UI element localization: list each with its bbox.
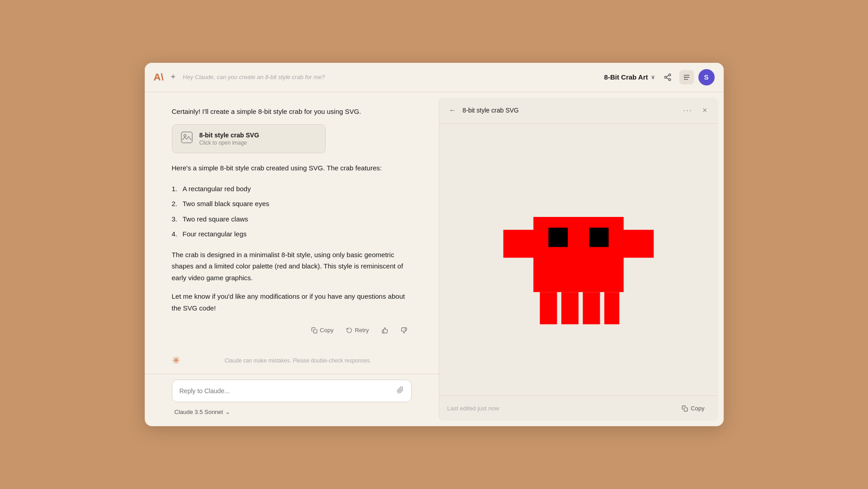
claude-footer: ✳ Claude can make mistakes. Please doubl… xyxy=(145,350,439,374)
model-chevron-icon: ⌄ xyxy=(225,409,230,415)
svg-rect-13 xyxy=(621,230,654,258)
artifact-back-button[interactable]: ← xyxy=(447,104,458,116)
artifact-card-info: 8-bit style crab SVG Click to open image xyxy=(199,132,259,146)
new-chat-button[interactable]: + xyxy=(168,71,179,84)
settings-icon xyxy=(683,73,691,81)
conversation-title: 8-Bit Crab Art xyxy=(604,73,648,81)
input-area: Claude 3.5 Sonnet ⌄ xyxy=(145,374,439,426)
svg-rect-12 xyxy=(503,230,536,258)
artifact-panel: ← 8-bit style crab SVG ··· × xyxy=(439,98,718,421)
list-item: 3. Two red square claws xyxy=(172,212,412,227)
svg-rect-15 xyxy=(549,227,568,247)
settings-button[interactable] xyxy=(679,70,694,85)
paperclip-icon xyxy=(397,386,404,394)
description-message: Here's a simple 8-bit style crab created… xyxy=(172,162,412,174)
svg-rect-20 xyxy=(604,292,619,324)
svg-rect-14 xyxy=(533,217,624,292)
share-button[interactable] xyxy=(660,70,675,85)
message-actions: Copy Retry xyxy=(172,321,412,341)
svg-point-8 xyxy=(684,76,685,78)
artifact-panel-header: ← 8-bit style crab SVG ··· × xyxy=(439,98,718,124)
svg-rect-19 xyxy=(583,292,600,324)
list-item: 1. A rectangular red body xyxy=(172,181,412,197)
header-center: 8-Bit Crab Art ∨ xyxy=(604,73,655,81)
reply-input[interactable] xyxy=(180,387,392,395)
svg-line-4 xyxy=(666,75,669,77)
crab-svg xyxy=(493,174,664,346)
header-right: S xyxy=(660,69,715,85)
paragraph2: Let me know if you'd like any modificati… xyxy=(172,291,412,314)
artifact-panel-title: 8-bit style crab SVG xyxy=(463,107,676,114)
artifact-card-title: 8-bit style crab SVG xyxy=(199,132,259,139)
copy-button[interactable]: Copy xyxy=(307,324,338,336)
disclaimer-text: Claude can make mistakes. Please double-… xyxy=(185,357,412,364)
claude-logo-small: ✳ xyxy=(172,355,180,367)
svg-rect-9 xyxy=(181,132,192,143)
intro-message: Certainly! I'll create a simple 8-bit st… xyxy=(172,106,412,118)
header-prompt-preview: Hey Claude, can you create an 8-bit styl… xyxy=(183,74,325,80)
input-box xyxy=(172,380,412,402)
artifact-card[interactable]: 8-bit style crab SVG Click to open image xyxy=(172,124,326,153)
copy-icon xyxy=(311,327,318,334)
artifact-copy-icon xyxy=(682,405,688,412)
main-content: Certainly! I'll create a simple 8-bit st… xyxy=(145,92,724,427)
svg-rect-16 xyxy=(589,227,609,247)
crab-display xyxy=(439,124,718,396)
svg-point-1 xyxy=(664,76,667,79)
artifact-menu-button[interactable]: ··· xyxy=(680,104,695,117)
anthropic-logo: A\ xyxy=(154,71,164,83)
list-item: 2. Two small black square eyes xyxy=(172,196,412,212)
title-chevron-icon: ∨ xyxy=(651,74,655,80)
artifact-content xyxy=(439,124,718,396)
svg-rect-18 xyxy=(561,292,579,324)
svg-line-3 xyxy=(666,78,669,79)
artifact-footer: Last edited just now Copy xyxy=(439,395,718,421)
svg-point-10 xyxy=(184,135,186,137)
thumbs-up-icon xyxy=(382,327,388,334)
header: A\ + Hey Claude, can you create an 8-bit… xyxy=(145,63,724,92)
user-avatar[interactable]: S xyxy=(698,69,715,85)
artifact-card-subtitle: Click to open image xyxy=(199,140,259,146)
app-window: A\ + Hey Claude, can you create an 8-bit… xyxy=(145,63,724,427)
header-left: A\ + Hey Claude, can you create an 8-bit… xyxy=(154,71,599,84)
retry-button[interactable]: Retry xyxy=(342,324,373,336)
artifact-close-button[interactable]: × xyxy=(700,104,710,117)
share-icon xyxy=(664,73,672,81)
artifact-card-icon xyxy=(180,131,193,146)
svg-point-0 xyxy=(669,74,671,76)
paragraph1: The crab is designed in a minimalist 8-b… xyxy=(172,249,412,284)
features-list: 1. A rectangular red body 2. Two small b… xyxy=(172,181,412,242)
artifact-timestamp: Last edited just now xyxy=(447,405,499,412)
list-item: 4. Four rectangular legs xyxy=(172,226,412,242)
svg-rect-21 xyxy=(684,408,688,411)
artifact-copy-button[interactable]: Copy xyxy=(676,402,710,414)
retry-icon xyxy=(346,327,352,334)
model-selector[interactable]: Claude 3.5 Sonnet ⌄ xyxy=(172,407,233,417)
thumbs-down-icon xyxy=(401,327,407,334)
svg-point-2 xyxy=(669,79,671,81)
chat-messages: Certainly! I'll create a simple 8-bit st… xyxy=(145,92,439,351)
attach-button[interactable] xyxy=(397,386,404,395)
chat-panel: Certainly! I'll create a simple 8-bit st… xyxy=(145,92,439,427)
thumbs-down-button[interactable] xyxy=(396,325,412,336)
svg-rect-11 xyxy=(313,329,317,333)
svg-rect-17 xyxy=(540,292,557,324)
anthropic-logo-icon: A\ xyxy=(154,71,164,83)
thumbs-up-button[interactable] xyxy=(377,325,393,336)
